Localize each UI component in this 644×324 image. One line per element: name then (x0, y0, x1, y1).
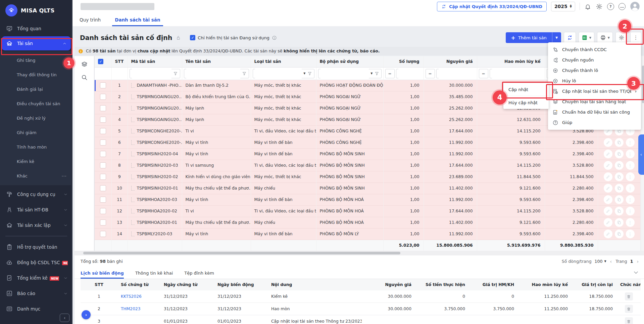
row-checkbox[interactable] (100, 174, 106, 180)
sidebar-item-tài-sản-ht-đb[interactable]: Tài sản HT-ĐB (0, 202, 72, 217)
row-more-button[interactable]: ⋮ (626, 150, 635, 158)
tab-tep-dinh-kem[interactable]: Tệp đính kèm (184, 271, 214, 279)
row-checkbox[interactable] (100, 208, 106, 214)
duplicate-button[interactable] (615, 218, 624, 227)
panel-collapse-icon[interactable] (633, 269, 639, 276)
chevron-down-icon[interactable]: ▼ (370, 72, 373, 75)
filter-input-cost[interactable] (439, 69, 477, 78)
edit-button[interactable] (604, 207, 612, 215)
edit-button[interactable] (604, 218, 612, 227)
more-icon[interactable]: ⋯ (61, 173, 67, 179)
column-header-cost[interactable]: Nguyên giá (424, 56, 477, 67)
select-all-checkbox[interactable]: ✓ (98, 59, 103, 64)
history-row[interactable]: 301/01/202301/01/2023Cập nhật loại tài s… (81, 315, 641, 324)
sidebar-subitem-điều-chuyển-tài-sản[interactable]: Điều chuyển tài sản (0, 96, 72, 111)
sidebar-subitem-đánh-giá-lại[interactable]: Đánh giá lại (0, 82, 72, 96)
column-header-code[interactable]: Mã tài sản (128, 56, 182, 67)
sidebar-subitem-ghi-giảm[interactable]: Ghi giảm (0, 125, 72, 140)
prev-page-button[interactable]: ‹ (609, 259, 613, 264)
sidebar-collapse-button[interactable]: ‹ (60, 314, 69, 322)
side-panel-handle[interactable]: ‹ (638, 134, 644, 175)
rows-per-page-select[interactable]: 100▼ (595, 259, 606, 264)
filter-type[interactable]: ▼ (253, 69, 314, 78)
row-more-button[interactable]: ⋮ (626, 138, 635, 147)
equals-operator[interactable]: = (385, 69, 395, 78)
next-page-button[interactable]: › (636, 259, 639, 264)
tab-thong-tin-ke-khai[interactable]: Thông tin kê khai (135, 271, 173, 279)
row-menu-item-hủy-cập-nhật[interactable]: Hủy cập nhật (503, 96, 549, 109)
horizontal-scrollbar-thumb[interactable] (83, 252, 400, 254)
asset-row[interactable]: 6TSPBMCONGHE2020-…Máy vi tínhMáy vi tính… (95, 137, 640, 148)
column-header-dept[interactable]: Bộ phận sử dụng (316, 56, 383, 67)
row-checkbox[interactable] (100, 128, 106, 134)
row-menu-item-cập-nhật[interactable]: Cập nhật (503, 83, 549, 96)
funnel-icon[interactable] (375, 71, 379, 76)
row-more-button[interactable]: ⋮ (626, 218, 635, 227)
sidebar-item-hỗ-trợ-quyết-toán[interactable]: Hỗ trợ quyết toán (0, 239, 72, 255)
grid-settings-button[interactable] (615, 32, 628, 43)
sidebar-subitem-kiểm-kê[interactable]: Kiểm kê (0, 154, 72, 169)
edit-button[interactable] (604, 230, 612, 238)
row-more-button[interactable]: ⋮ (626, 195, 635, 204)
edit-button[interactable] (604, 172, 612, 181)
tab-lich-su-bien-dong[interactable]: Lịch sử biến động (81, 271, 124, 279)
menu-item-chuyển-loại-tài-sản-hàng-loạt[interactable]: Chuyển loại tài sản hàng loạt (548, 96, 641, 107)
edit-button[interactable] (604, 184, 612, 193)
delete-button[interactable] (625, 305, 633, 313)
menu-item-chuyển-thành-ccdc[interactable]: Chuyển thành CCDC (548, 44, 641, 55)
filter-code[interactable] (130, 69, 180, 78)
reload-button[interactable] (564, 32, 576, 43)
filter-input-qty[interactable] (398, 69, 424, 78)
update-decision-button[interactable]: Cập nhật Quyết định 33/2024/QĐ-UBND (437, 2, 547, 11)
gear-icon[interactable] (596, 3, 603, 10)
row-more-button[interactable]: ⋮ (626, 230, 635, 238)
filter-qty[interactable]: = (385, 69, 422, 78)
asset-row[interactable]: 14TSPBMLY2020-03Máy vi tínhMáy vi tính đ… (95, 228, 640, 240)
sidebar-item-tài-sản-xác-lập[interactable]: Tài sản xác lập (0, 217, 72, 233)
search-icon[interactable] (81, 74, 88, 81)
column-header-type[interactable]: Loại tài sản (251, 56, 316, 67)
duplicate-button[interactable] (615, 161, 624, 170)
equals-operator[interactable]: = (426, 69, 435, 78)
equals-operator[interactable]: = (479, 69, 488, 78)
menu-item-cập-nhật-loại-tài-sản-theo-tt-qđ[interactable]: Cập nhật loại tài sản theo TT/QĐ› (548, 86, 641, 96)
sidebar-item-tổng-quan[interactable]: Tổng quan (0, 21, 72, 36)
column-header-qty[interactable]: Số lượng (383, 56, 424, 67)
column-header-accum[interactable]: Hao mòn lũy kế (477, 56, 545, 67)
row-checkbox[interactable] (100, 219, 106, 226)
history-row[interactable]: 1KKTS202631/12/202331/12/2023Kiểm kê30.0… (81, 290, 641, 303)
row-checkbox[interactable] (100, 82, 106, 88)
sidebar-subitem-đề-nghị-xử-lý[interactable]: Đề nghị xử lý (0, 111, 72, 125)
more-icon[interactable]: … (618, 3, 626, 10)
asset-row[interactable]: 13TSPBMHOA2020-01Máy thu chiếu vật thể đ… (95, 217, 640, 228)
duplicate-button[interactable] (615, 150, 624, 158)
sidebar-item-tài-sản[interactable]: Tài sản (2, 36, 71, 50)
unlock-icon[interactable] (176, 35, 181, 41)
sidebar-item-tổng-kiểm-kê[interactable]: Tổng kiểm kêNEW (0, 270, 72, 286)
vertical-scrollbar-thumb[interactable] (642, 66, 644, 103)
delete-button[interactable] (625, 317, 633, 324)
filter-input-code[interactable] (132, 69, 171, 78)
duplicate-button[interactable] (615, 207, 624, 215)
bell-icon[interactable] (584, 3, 591, 10)
delete-button[interactable] (625, 292, 633, 300)
horizontal-scrollbar[interactable] (75, 251, 644, 255)
asset-row[interactable]: 7TSPBMSINH2020-04Máy vi tínhMáy vi tính … (95, 148, 640, 160)
duplicate-button[interactable] (615, 195, 624, 204)
menu-item-chuẩn-hóa-dữ-liệu-tài-sản-công[interactable]: Chuẩn hóa dữ liệu tài sản công (548, 107, 641, 117)
chevron-down-icon[interactable]: ▼ (303, 72, 305, 75)
duplicate-button[interactable] (615, 230, 624, 238)
avatar[interactable] (630, 1, 640, 11)
asset-row[interactable]: 10TSPBMSINH2020-01Máy thu chiếu vật thể … (95, 183, 640, 194)
column-header-name[interactable]: Tên tài sản (182, 56, 251, 67)
more-actions-button[interactable]: ⋮ (630, 32, 641, 43)
funnel-icon[interactable] (173, 71, 178, 76)
sidebar-subitem-ghi-tăng[interactable]: Ghi tăng (0, 53, 72, 68)
menu-item-chuyển-nguồn[interactable]: Chuyển nguồn (548, 55, 641, 65)
duplicate-button[interactable] (615, 138, 624, 147)
duplicate-button[interactable] (615, 184, 624, 193)
asset-row[interactable]: 12TSPBMHOA2020-02Ti viTi vi, đầu Video, … (95, 205, 640, 217)
expand-fab-button[interactable]: › (82, 310, 91, 319)
row-checkbox[interactable] (100, 185, 106, 191)
row-checkbox[interactable] (100, 162, 106, 168)
